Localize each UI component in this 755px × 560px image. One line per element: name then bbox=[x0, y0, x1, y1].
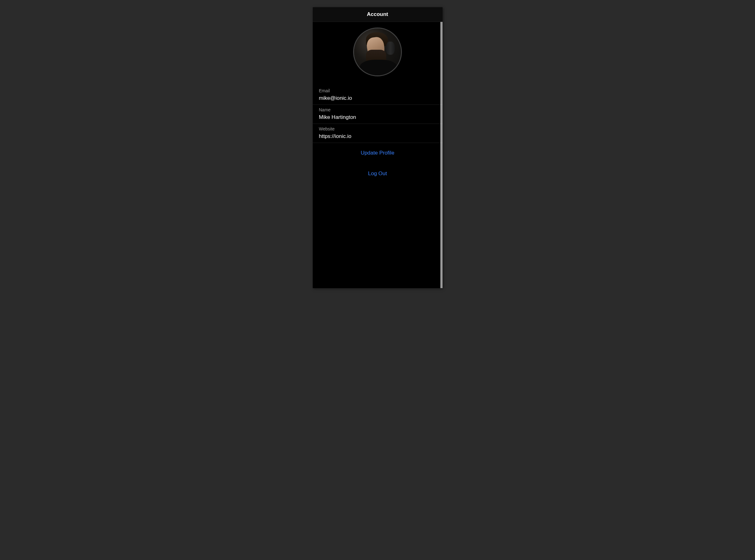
update-profile-button[interactable]: Update Profile bbox=[313, 145, 443, 160]
log-out-button[interactable]: Log Out bbox=[313, 166, 443, 181]
header-bar: Account bbox=[313, 7, 443, 22]
website-field[interactable] bbox=[319, 133, 436, 140]
avatar[interactable] bbox=[353, 27, 402, 76]
avatar-section bbox=[313, 22, 443, 86]
page-title: Account bbox=[367, 11, 388, 18]
website-label: Website bbox=[319, 126, 436, 132]
email-item: Email bbox=[313, 86, 443, 105]
spacer bbox=[313, 160, 443, 166]
email-field[interactable] bbox=[319, 95, 436, 101]
avatar-image bbox=[354, 28, 401, 75]
content-area: Email Name Website Update Profile Log Ou… bbox=[313, 22, 443, 288]
app-screen: Account Email Name bbox=[313, 7, 443, 288]
scrollbar[interactable] bbox=[441, 22, 443, 288]
email-label: Email bbox=[319, 88, 436, 93]
name-item: Name bbox=[313, 105, 443, 124]
name-field[interactable] bbox=[319, 114, 436, 120]
name-label: Name bbox=[319, 107, 436, 112]
website-item: Website bbox=[313, 124, 443, 143]
